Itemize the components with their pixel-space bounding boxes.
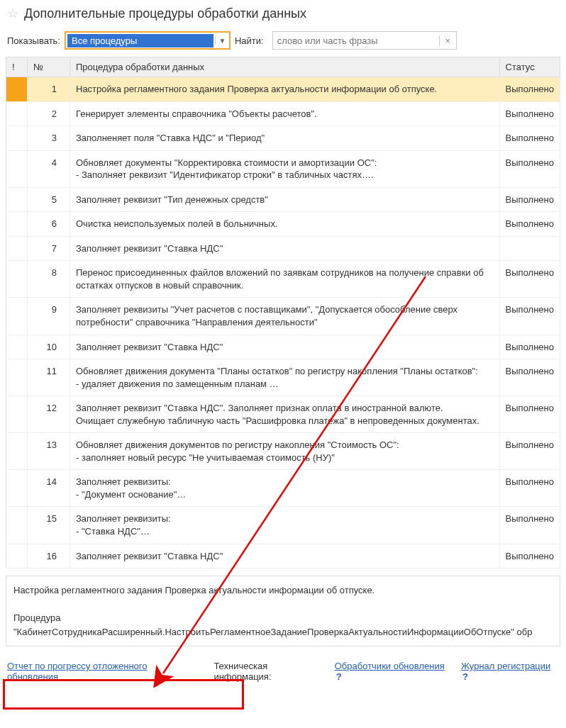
cell-status: Выполнено [499, 433, 560, 470]
cell-procedure: Обновляет движения документов по регистр… [70, 433, 500, 470]
cell-status: Выполнено [499, 212, 560, 237]
table-row[interactable]: 8Перенос присоединенных файлов вложений … [6, 261, 560, 298]
cell-number: 12 [28, 396, 70, 433]
cell-priority [6, 359, 28, 396]
cell-priority [6, 212, 28, 237]
cell-procedure: Обновляет движения документа "Планы оста… [70, 359, 500, 396]
table-row[interactable]: 12Заполняет реквизит "Ставка НДС". Запол… [6, 396, 560, 433]
detail-line-2: Процедура "КабинетСотрудникаРасширенный.… [13, 611, 553, 639]
cell-priority [6, 126, 28, 151]
cell-number: 6 [28, 212, 70, 237]
table-row[interactable]: 5Заполняет реквизит "Тип денежных средст… [6, 187, 560, 212]
cell-status: Выполнено [499, 150, 560, 187]
cell-procedure: Заполненяет поля "Ставка НДС" и "Период" [70, 126, 500, 151]
cell-priority [6, 507, 28, 544]
cell-status: Выполнено [499, 126, 560, 151]
cell-procedure: Заполняет реквизиты: - "Документ основан… [70, 470, 500, 507]
cell-status: Выполнено [499, 359, 560, 396]
cell-number: 4 [28, 150, 70, 187]
cell-status: Выполнено [499, 396, 560, 433]
cell-priority [6, 396, 28, 433]
cell-number: 1 [28, 77, 70, 102]
cell-procedure: Заполняет реквизит "Тип денежных средств… [70, 187, 500, 212]
registration-journal-link[interactable]: Журнал регистрации [461, 661, 550, 671]
cell-priority [6, 544, 28, 569]
update-handlers-link[interactable]: Обработчики обновления [335, 661, 445, 671]
cell-status [499, 236, 560, 261]
show-label: Показывать: [7, 35, 60, 46]
header-number[interactable]: № [28, 57, 70, 77]
cell-procedure: Перенос присоединенных файлов вложений п… [70, 261, 500, 298]
cell-priority [6, 298, 28, 335]
search-field-wrap: × [272, 31, 457, 50]
table-row[interactable]: 1Настройка регламентного задания Проверк… [6, 77, 560, 102]
cell-number: 14 [28, 470, 70, 507]
help-icon[interactable]: ? [336, 671, 342, 682]
procedures-table: ! № Процедура обработки данных Статус 1Н… [6, 57, 560, 569]
chevron-down-icon[interactable]: ▼ [215, 37, 229, 45]
cell-priority [6, 335, 28, 359]
cell-status: Выполнено [499, 101, 560, 126]
cell-status: Выполнено [499, 298, 560, 335]
cell-priority [6, 77, 28, 102]
help-icon[interactable]: ? [462, 671, 468, 682]
detail-line-1: Настройка регламентного задания Проверка… [13, 583, 553, 598]
cell-status: Выполнено [499, 507, 560, 544]
header-procedure[interactable]: Процедура обработки данных [70, 57, 500, 77]
cell-procedure: Заполняет реквизит "Ставка НДС" [70, 236, 500, 261]
cell-priority [6, 470, 28, 507]
cell-number: 15 [28, 507, 70, 544]
cell-procedure: Обновляет документы "Корректировка стоим… [70, 150, 500, 187]
favorite-star-icon[interactable]: ☆ [7, 6, 18, 21]
cell-procedure: Заполняет реквизит "Ставка НДС". Заполня… [70, 396, 500, 433]
cell-status: Выполнено [499, 544, 560, 569]
cell-priority [6, 187, 28, 212]
find-label: Найти: [235, 35, 264, 46]
cell-procedure: Заполняет реквизит "Ставка НДС" [70, 544, 500, 569]
cell-number: 13 [28, 433, 70, 470]
cell-priority [6, 236, 28, 261]
progress-report-link[interactable]: Отчет по прогрессу отложенного обновлени… [7, 661, 198, 682]
table-row[interactable]: 4Обновляет документы "Корректировка стои… [6, 150, 560, 187]
cell-number: 9 [28, 298, 70, 335]
cell-status: Выполнено [499, 77, 560, 102]
table-row[interactable]: 9Заполняет реквизиты "Учет расчетов с по… [6, 298, 560, 335]
cell-number: 16 [28, 544, 70, 569]
footer-bar: Отчет по прогрессу отложенного обновлени… [0, 654, 566, 689]
header-status[interactable]: Статус [499, 57, 560, 77]
table-row[interactable]: 2Генерирует элементы справочника "Объект… [6, 101, 560, 126]
cell-number: 11 [28, 359, 70, 396]
cell-priority [6, 150, 28, 187]
cell-procedure: Генерирует элементы справочника "Объекты… [70, 101, 500, 126]
table-row[interactable]: 16Заполняет реквизит "Ставка НДС"Выполне… [6, 544, 560, 569]
cell-number: 10 [28, 335, 70, 359]
cell-priority [6, 261, 28, 298]
clear-search-icon[interactable]: × [439, 35, 456, 46]
cell-number: 5 [28, 187, 70, 212]
table-row[interactable]: 6Очистка неиспользуемых полей в больничн… [6, 212, 560, 237]
cell-procedure: Настройка регламентного задания Проверка… [70, 77, 500, 102]
header-priority[interactable]: ! [6, 57, 28, 77]
table-row[interactable]: 14Заполняет реквизиты: - "Документ основ… [6, 470, 560, 507]
filter-dropdown[interactable]: Все процедуры ▼ [65, 31, 231, 50]
table-row[interactable]: 15Заполняет реквизиты: - "Ставка НДС"…Вы… [6, 507, 560, 544]
cell-status: Выполнено [499, 335, 560, 359]
search-input[interactable] [273, 34, 439, 47]
cell-status: Выполнено [499, 470, 560, 507]
table-row[interactable]: 7Заполняет реквизит "Ставка НДС" [6, 236, 560, 261]
cell-status: Выполнено [499, 187, 560, 212]
table-row[interactable]: 10Заполняет реквизит "Ставка НДС"Выполне… [6, 335, 560, 359]
cell-procedure: Заполняет реквизиты: - "Ставка НДС"… [70, 507, 500, 544]
cell-number: 8 [28, 261, 70, 298]
table-header-row: ! № Процедура обработки данных Статус [6, 57, 560, 77]
cell-procedure: Очистка неиспользуемых полей в больничны… [70, 212, 500, 237]
cell-status: Выполнено [499, 261, 560, 298]
page-title: Дополнительные процедуры обработки данны… [24, 6, 306, 21]
cell-number: 3 [28, 126, 70, 151]
table-row[interactable]: 13Обновляет движения документов по регис… [6, 433, 560, 470]
cell-number: 7 [28, 236, 70, 261]
table-row[interactable]: 3Заполненяет поля "Ставка НДС" и "Период… [6, 126, 560, 151]
cell-priority [6, 101, 28, 126]
table-row[interactable]: 11Обновляет движения документа "Планы ос… [6, 359, 560, 396]
filter-dropdown-value: Все процедуры [67, 34, 213, 47]
